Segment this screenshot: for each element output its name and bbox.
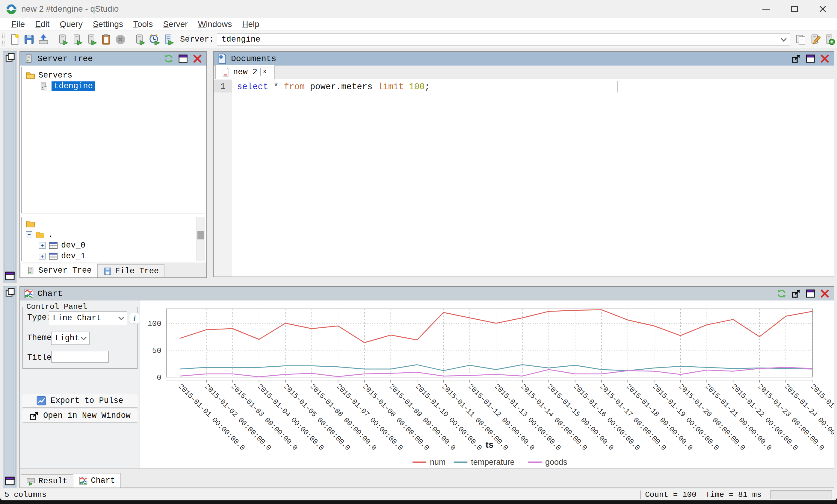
- status-separator: [640, 490, 641, 499]
- svg-text:100: 100: [147, 319, 161, 328]
- server-combo[interactable]: tdengine: [217, 33, 790, 46]
- paste-run-button[interactable]: [99, 33, 113, 46]
- refresh-button[interactable]: [776, 288, 787, 299]
- menu-settings[interactable]: Settings: [88, 19, 128, 29]
- collapse-icon[interactable]: −: [26, 231, 32, 238]
- run-line-button[interactable]: [70, 33, 84, 46]
- tab-result[interactable]: Result: [21, 474, 73, 487]
- open-icon: [38, 34, 49, 45]
- code-line: select * from power.meters limit 100;: [237, 80, 430, 93]
- menu-windows[interactable]: Windows: [193, 19, 237, 29]
- tab-label: File Tree: [115, 267, 159, 276]
- tab-chart[interactable]: Chart: [73, 473, 121, 487]
- window-icon: [5, 271, 15, 281]
- left-dock-strip-top[interactable]: [3, 51, 17, 283]
- open-button[interactable]: [37, 33, 50, 46]
- menu-edit[interactable]: Edit: [30, 19, 55, 29]
- tab-server-tree[interactable]: Server Tree: [21, 263, 97, 277]
- menu-help[interactable]: Help: [237, 19, 265, 29]
- chevron-down-icon: [118, 314, 124, 320]
- schedule-query-button[interactable]: [147, 33, 161, 46]
- table-icon: [49, 241, 58, 250]
- tree-item-dev1[interactable]: + dev_1: [21, 251, 205, 261]
- popout-button[interactable]: [790, 53, 801, 64]
- left-dock-strip-bottom[interactable]: [3, 286, 17, 488]
- maximize-panel-button[interactable]: [805, 288, 816, 299]
- edit-server-button[interactable]: [808, 33, 822, 46]
- add-server-button[interactable]: [823, 33, 836, 46]
- scrollbar-thumb[interactable]: [197, 231, 204, 239]
- stop-icon: [115, 34, 126, 45]
- expand-icon[interactable]: +: [39, 253, 46, 260]
- expand-icon[interactable]: +: [39, 242, 46, 249]
- status-time: Time = 81 ms: [706, 490, 762, 499]
- documents-panel: Documents new 2 x 1 select * from p: [213, 51, 834, 277]
- close-panel-button[interactable]: [819, 53, 830, 64]
- chart-control-panel: Control Panel Type: Line Chart i Theme: …: [20, 300, 140, 468]
- svg-text:0: 0: [157, 373, 161, 382]
- close-panel-button[interactable]: [192, 53, 203, 64]
- type-combo-value: Line Chart: [53, 314, 101, 323]
- send-server-button[interactable]: [133, 33, 147, 46]
- run-server-icon: [86, 34, 97, 45]
- chart-title-input[interactable]: [51, 351, 109, 363]
- menu-server[interactable]: Server: [158, 19, 193, 29]
- chart-info-button[interactable]: i: [129, 313, 140, 324]
- toolbar-drag-handle[interactable]: [2, 33, 5, 46]
- close-panel-icon: [193, 54, 202, 63]
- tree-item-label-selected: tdengine: [52, 81, 95, 91]
- svg-text:num: num: [430, 458, 445, 467]
- maximize-button[interactable]: [780, 0, 808, 18]
- popout-button[interactable]: [790, 288, 801, 299]
- status-separator: [766, 490, 766, 499]
- export-to-pulse-button[interactable]: Export to Pulse: [22, 394, 138, 408]
- button-label: Open in New Window: [43, 411, 131, 420]
- unsaved-document-icon: [221, 68, 230, 77]
- close-button[interactable]: [808, 0, 837, 18]
- tab-file-tree[interactable]: File Tree: [97, 264, 164, 277]
- close-panel-button[interactable]: [819, 288, 830, 299]
- type-combo[interactable]: Line Chart: [49, 311, 127, 325]
- refresh-button[interactable]: [163, 53, 174, 64]
- tab-close-button[interactable]: x: [260, 68, 269, 76]
- menu-file[interactable]: File: [6, 19, 30, 29]
- svg-text:temperature: temperature: [471, 458, 514, 467]
- status-progress-bar: [770, 490, 832, 499]
- sql-editor[interactable]: 1 select * from power.meters limit 100;: [214, 79, 834, 277]
- tree-item-label: .: [48, 230, 53, 239]
- button-label: Export to Pulse: [50, 396, 123, 405]
- run-selection-button[interactable]: [85, 33, 99, 46]
- qstudio-logo-icon: [6, 3, 17, 15]
- tree-item-servers[interactable]: Servers: [21, 70, 205, 81]
- tree-item-dot-folder[interactable]: − .: [21, 229, 205, 240]
- stop-query-button[interactable]: [113, 33, 127, 46]
- tree-scrollbar[interactable]: [197, 217, 205, 261]
- run-script-button[interactable]: [162, 33, 176, 46]
- tab-new-2[interactable]: new 2 x: [215, 64, 275, 79]
- menu-tools[interactable]: Tools: [128, 19, 158, 29]
- theme-combo[interactable]: Light: [51, 332, 90, 345]
- open-in-new-window-button[interactable]: Open in New Window: [22, 409, 138, 423]
- maximize-panel-button[interactable]: [805, 53, 816, 64]
- window-icon: [5, 476, 15, 486]
- line-chart[interactable]: 2015-01-01 00:00:00.02015-01-02 00:00:00…: [140, 300, 834, 468]
- server-combo-label: Server:: [180, 35, 214, 44]
- tree-item-root-folder[interactable]: [21, 219, 205, 229]
- tree-item-tdengine[interactable]: tdengine: [21, 81, 205, 92]
- save-icon: [23, 34, 35, 45]
- tree-item-dev0[interactable]: + dev_0: [21, 240, 205, 251]
- tab-label: new 2: [233, 68, 257, 77]
- save-button[interactable]: [22, 33, 36, 46]
- maximize-panel-button[interactable]: [178, 53, 189, 64]
- script-run-icon: [163, 34, 174, 45]
- close-panel-icon: [820, 54, 830, 63]
- qstudio-window: new 2 #tdengine - qStudio File Edit Quer…: [0, 0, 837, 500]
- maximize-icon: [791, 6, 798, 12]
- minimize-button[interactable]: [752, 0, 780, 18]
- copy-documents-button[interactable]: [794, 33, 808, 46]
- new-document-button[interactable]: [8, 33, 21, 46]
- run-query-button[interactable]: [56, 33, 70, 46]
- menu-query[interactable]: Query: [55, 19, 88, 29]
- line-number: 1: [214, 80, 232, 92]
- toolbar-separator: [130, 33, 130, 46]
